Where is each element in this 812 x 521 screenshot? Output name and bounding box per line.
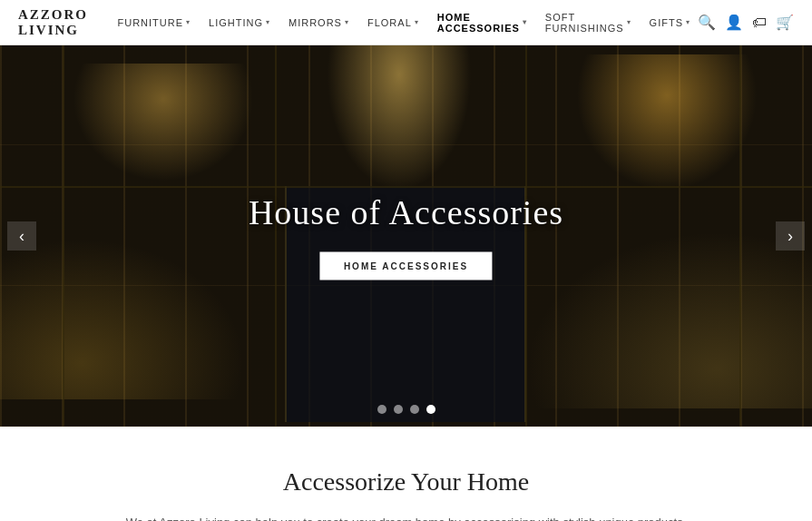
nav-item-lighting[interactable]: LIGHTING ▾: [201, 14, 278, 32]
account-icon[interactable]: 👤: [725, 14, 743, 31]
chevron-down-icon: ▾: [686, 18, 690, 26]
hero-cta-button[interactable]: HOME ACCESSORIES: [320, 252, 492, 280]
chevron-down-icon: ▾: [186, 18, 191, 26]
nav-item-soft-furnishings[interactable]: SOFT FURNISHINGS ▾: [538, 8, 639, 37]
hero-title: House of Accessories: [249, 192, 563, 232]
cart-icon[interactable]: 🛒: [776, 14, 794, 31]
hero-section: House of Accessories HOME ACCESSORIES ‹ …: [0, 45, 812, 427]
chevron-down-icon: ▾: [345, 18, 349, 26]
chevron-down-icon: ▾: [523, 18, 527, 26]
nav-item-gifts[interactable]: GIFTS ▾: [642, 14, 698, 32]
brand-logo[interactable]: AZZORO LIVING: [18, 7, 110, 38]
info-section: Accessorize Your Home We at Azzoro Livin…: [0, 427, 812, 521]
nav-item-furniture[interactable]: FURNITURE ▾: [110, 14, 198, 32]
info-heading: Accessorize Your Home: [109, 467, 703, 496]
hero-dot-4[interactable]: [426, 405, 435, 414]
hero-dots: [377, 405, 435, 414]
header-icons: 🔍 👤 🏷 🛒: [698, 14, 794, 31]
hero-next-button[interactable]: ›: [776, 221, 805, 251]
header: AZZORO LIVING FURNITURE ▾ LIGHTING ▾ MIR…: [0, 0, 812, 45]
search-icon[interactable]: 🔍: [698, 14, 716, 31]
hero-dot-1[interactable]: [377, 405, 386, 414]
main-nav: FURNITURE ▾ LIGHTING ▾ MIRRORS ▾ FLORAL …: [110, 8, 698, 37]
hero-dot-2[interactable]: [394, 405, 403, 414]
hero-content: House of Accessories HOME ACCESSORIES: [249, 192, 563, 280]
wishlist-icon[interactable]: 🏷: [752, 15, 767, 31]
chevron-down-icon: ▾: [415, 18, 419, 26]
hero-dot-3[interactable]: [410, 405, 419, 414]
nav-item-home-accessories[interactable]: HOME ACCESSORIES ▾: [430, 8, 534, 37]
nav-item-floral[interactable]: FLORAL ▾: [360, 14, 426, 32]
info-text-line1: We at Azzoro Living can help you to crea…: [109, 513, 703, 521]
chevron-down-icon: ▾: [266, 18, 270, 26]
nav-item-mirrors[interactable]: MIRRORS ▾: [281, 14, 357, 32]
chevron-down-icon: ▾: [627, 18, 631, 26]
hero-prev-button[interactable]: ‹: [7, 221, 36, 251]
